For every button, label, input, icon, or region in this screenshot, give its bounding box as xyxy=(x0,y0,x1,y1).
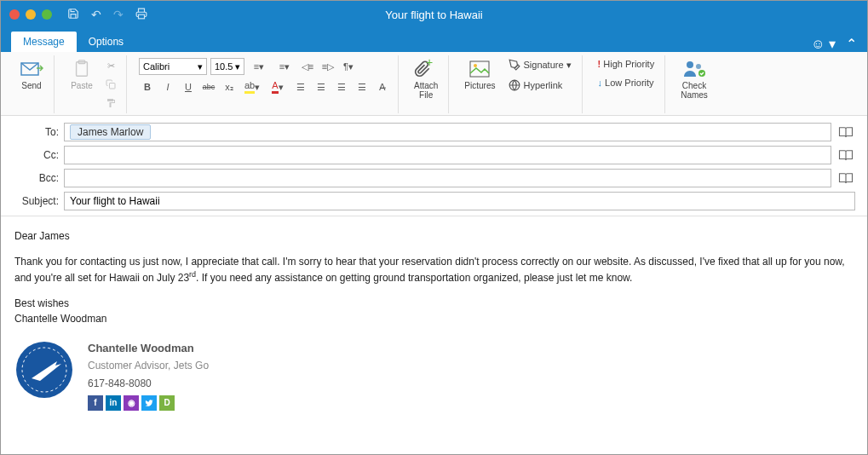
facebook-icon[interactable]: f xyxy=(88,395,103,411)
body-greeting: Dear James xyxy=(14,228,854,244)
instagram-icon[interactable]: ◉ xyxy=(124,395,139,411)
font-group: Calibri ▾ 10.5 ▾ ≡▾ ≡▾ ◁≡ ≡▷ ¶▾ B I U ab… xyxy=(132,55,399,113)
attach-file-button[interactable]: + Attach File xyxy=(411,57,441,101)
to-addressbook-icon[interactable] xyxy=(836,124,855,141)
cut-button[interactable]: ✂ xyxy=(102,57,119,74)
body-closing: Best wishes Chantelle Woodman xyxy=(14,296,854,326)
print-icon[interactable] xyxy=(135,8,147,22)
titlebar: ↶ ↷ Your flight to Hawaii xyxy=(1,1,867,28)
cc-label: Cc: xyxy=(13,149,59,161)
subscript-button[interactable]: x₂ xyxy=(221,78,238,95)
company-logo-icon xyxy=(14,340,74,400)
check-names-button[interactable]: Check Names xyxy=(677,57,711,101)
italic-button[interactable]: I xyxy=(159,78,176,95)
compose-window: ↶ ↷ Your flight to Hawaii Message Option… xyxy=(0,0,868,455)
message-headers: To: James Marlow Cc: Bcc: Subject: xyxy=(1,116,867,216)
underline-button[interactable]: U xyxy=(180,78,197,95)
bold-button[interactable]: B xyxy=(139,78,156,95)
signature-role: Customer Advisor, Jets Go xyxy=(88,358,209,373)
svg-rect-5 xyxy=(470,61,489,77)
attach-group: + Attach File xyxy=(404,55,449,113)
highlight-button[interactable]: ab▾ xyxy=(241,78,263,95)
svg-rect-4 xyxy=(110,84,116,89)
close-window-button[interactable] xyxy=(9,9,20,20)
font-size-select[interactable]: 10.5 ▾ xyxy=(210,58,244,75)
cc-addressbook-icon[interactable] xyxy=(836,147,855,164)
names-group: Check Names xyxy=(670,55,718,113)
signature-button[interactable]: Signature ▾ xyxy=(505,57,574,72)
tab-bar: Message Options ☺ ▾ ⌃ xyxy=(1,28,867,52)
bullets-button[interactable]: ≡▾ xyxy=(248,58,270,75)
to-label: To: xyxy=(13,126,59,138)
window-controls xyxy=(9,9,52,20)
justify-button[interactable]: ☰ xyxy=(354,78,371,95)
font-select[interactable]: Calibri ▾ xyxy=(139,58,207,75)
tab-message[interactable]: Message xyxy=(11,32,77,52)
priority-group: ! High Priority ↓ Low Priority xyxy=(588,55,666,113)
maximize-window-button[interactable] xyxy=(42,9,52,20)
recipient-chip[interactable]: James Marlow xyxy=(70,124,151,140)
svg-point-9 xyxy=(696,64,701,69)
low-priority-button[interactable]: ↓ Low Priority xyxy=(595,76,658,89)
svg-rect-0 xyxy=(139,14,145,19)
paragraph-button[interactable]: ¶▾ xyxy=(340,58,357,75)
svg-point-8 xyxy=(687,61,693,68)
social-icons: f in ◉ D xyxy=(88,395,209,411)
high-priority-button[interactable]: ! High Priority xyxy=(595,57,658,71)
bcc-field[interactable] xyxy=(64,169,831,187)
minimize-window-button[interactable] xyxy=(26,9,36,20)
quick-access: ↶ ↷ xyxy=(67,8,147,22)
increase-indent-button[interactable]: ≡▷ xyxy=(319,58,336,75)
font-color-button[interactable]: A▾ xyxy=(267,78,289,95)
undo-icon[interactable]: ↶ xyxy=(91,8,101,21)
strike-button[interactable]: abc xyxy=(200,78,217,95)
send-group: Send xyxy=(9,55,55,113)
other-social-icon[interactable]: D xyxy=(159,395,175,411)
hyperlink-button[interactable]: Hyperlink xyxy=(505,78,574,93)
align-center-button[interactable]: ☰ xyxy=(313,78,330,95)
bcc-addressbook-icon[interactable] xyxy=(836,170,855,187)
tab-options[interactable]: Options xyxy=(77,32,135,52)
cc-field[interactable] xyxy=(64,146,831,164)
bcc-label: Bcc: xyxy=(13,172,59,184)
svg-point-6 xyxy=(474,64,477,67)
decrease-indent-button[interactable]: ◁≡ xyxy=(299,58,316,75)
emoji-icon[interactable]: ☺ ▾ xyxy=(811,36,836,52)
signature-block: Chantelle Woodman Customer Advisor, Jets… xyxy=(14,340,854,411)
copy-button[interactable] xyxy=(102,76,119,93)
clipboard-group: Paste ✂ xyxy=(60,55,127,113)
collapse-ribbon-icon[interactable]: ⌃ xyxy=(846,36,857,52)
to-field[interactable]: James Marlow xyxy=(64,123,831,141)
redo-icon[interactable]: ↷ xyxy=(113,8,124,21)
subject-field[interactable] xyxy=(64,192,855,210)
window-title: Your flight to Hawaii xyxy=(385,9,482,21)
ribbon: Send Paste ✂ xyxy=(1,52,867,116)
pictures-button[interactable]: Pictures xyxy=(461,57,498,92)
paste-button[interactable]: Paste xyxy=(66,57,97,92)
save-icon[interactable] xyxy=(67,8,79,22)
numbering-button[interactable]: ≡▾ xyxy=(273,58,296,75)
format-painter-button[interactable] xyxy=(102,95,119,112)
twitter-icon[interactable] xyxy=(141,395,157,411)
clear-format-button[interactable]: A̶ xyxy=(374,78,391,95)
body-paragraph: Thank you for contacting us just now, I … xyxy=(14,254,854,285)
signature-phone: 617-848-8080 xyxy=(88,376,209,391)
insert-group: Pictures Signature ▾ Hyperlink xyxy=(454,55,582,113)
message-body[interactable]: Dear James Thank you for contacting us j… xyxy=(1,216,867,454)
signature-name: Chantelle Woodman xyxy=(88,340,209,357)
align-right-button[interactable]: ☰ xyxy=(333,78,350,95)
align-left-button[interactable]: ☰ xyxy=(292,78,309,95)
subject-label: Subject: xyxy=(13,195,59,207)
send-button[interactable]: Send xyxy=(16,57,47,92)
linkedin-icon[interactable]: in xyxy=(106,395,121,411)
